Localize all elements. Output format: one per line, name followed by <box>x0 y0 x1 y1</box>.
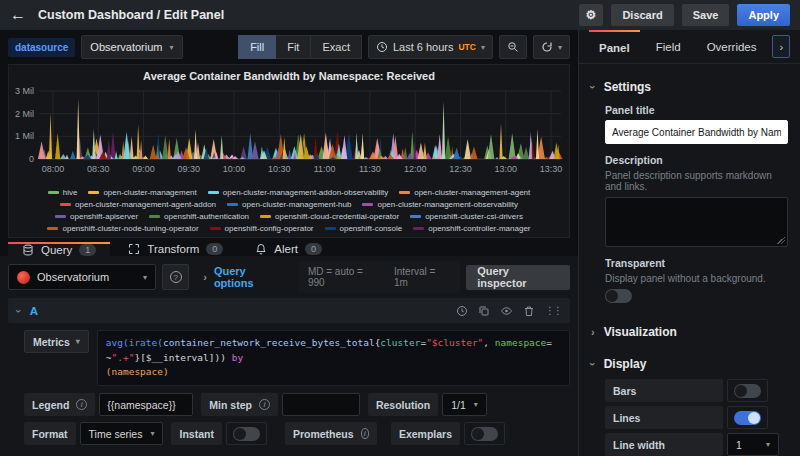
exemplars-toggle[interactable] <box>464 422 505 445</box>
tab-panel[interactable]: Panel <box>589 30 640 63</box>
back-button[interactable]: ← <box>10 6 26 24</box>
fill-mode-button[interactable]: Fill <box>238 35 276 59</box>
legend-item[interactable]: open-cluster-management-hub <box>227 199 351 210</box>
legend-item[interactable]: open-cluster-management-agent-addon <box>60 199 216 210</box>
collapse-chevron-icon[interactable]: › <box>13 309 25 313</box>
query-row-actions: ⋮⋮ <box>456 305 561 317</box>
legend-item[interactable]: openshift-ingress <box>436 235 512 237</box>
legend-item[interactable]: openshift-cloud-credential-operator <box>260 211 399 222</box>
expression-token: )) <box>214 352 225 363</box>
timeseries-chart[interactable]: 3 Mil2 Mil1 Mil008:0008:3009:0009:3010:0… <box>9 83 569 185</box>
display-section-header[interactable]: › Display <box>591 351 788 377</box>
tab-query[interactable]: Query 1 <box>8 242 110 256</box>
lines-toggle[interactable] <box>727 406 768 429</box>
chevron-down-icon: ▾ <box>474 400 478 409</box>
chevron-right-icon: › <box>591 326 595 338</box>
instant-toggle[interactable] <box>226 422 267 445</box>
legend-series-name: openshift-cluster-csi-drivers <box>425 211 523 222</box>
chevron-down-icon: ▾ <box>558 43 562 52</box>
tab-field[interactable]: Field <box>646 30 691 63</box>
legend-series-name: openshift-console <box>340 223 403 234</box>
drag-handle[interactable]: ⋮⋮ <box>545 305 561 316</box>
legend-series-name: open-cluster-management-agent <box>414 187 530 198</box>
transparent-toggle[interactable] <box>605 289 632 303</box>
legend-item[interactable]: openshift-controller-manager <box>413 223 530 234</box>
legend-item[interactable]: open-cluster-management-addon-observabil… <box>208 187 388 198</box>
refresh-button[interactable]: ▾ <box>533 35 570 59</box>
legend-color-dash <box>208 191 219 194</box>
legend-item[interactable]: open-cluster-management <box>88 187 196 198</box>
collapse-options-pane-button[interactable]: › <box>772 35 790 58</box>
legend-item[interactable]: openshift-apiserver <box>55 211 138 222</box>
metrics-dropdown-button[interactable]: Metrics ▾ <box>24 330 89 353</box>
toggle-switch <box>734 411 761 425</box>
tab-alert[interactable]: Alert 0 <box>241 242 336 256</box>
bandwidth-graph[interactable]: 3 Mil2 Mil1 Mil008:0008:3009:0009:3010:0… <box>9 83 569 185</box>
legend-series-name: openshift-cloud-credential-operator <box>275 211 399 222</box>
tab-query-label: Query <box>41 244 72 256</box>
time-range-picker[interactable]: Last 6 hours UTC ▾ <box>368 35 493 59</box>
legend-item[interactable]: hive <box>48 187 78 198</box>
resize-grip-icon[interactable] <box>777 236 785 244</box>
tab-overrides[interactable]: Overrides <box>697 30 767 63</box>
legend-item[interactable]: open-cluster-management-agent <box>399 187 530 198</box>
hide-query-eye-icon[interactable] <box>500 305 513 317</box>
datasource-variable-select[interactable]: Observatorium ▾ <box>81 35 182 59</box>
legend-item[interactable]: openshift-dns <box>66 235 129 237</box>
legend-color-dash <box>413 227 424 230</box>
apply-button[interactable]: Apply <box>737 4 790 26</box>
datasource-help-button[interactable]: ? <box>162 264 189 290</box>
min-step-input[interactable] <box>282 393 360 416</box>
legend-item[interactable]: open-cluster-management-observability <box>362 199 518 210</box>
bars-toggle[interactable] <box>727 379 768 402</box>
format-select[interactable]: Time series ▾ <box>80 422 164 445</box>
description-textarea[interactable] <box>605 197 788 247</box>
panel-title-input[interactable] <box>605 120 788 144</box>
panel-title-label: Panel title <box>605 104 788 116</box>
discard-button[interactable]: Discard <box>611 4 673 26</box>
x-axis-tick: 10:00 <box>223 164 246 174</box>
line-width-select[interactable]: 1▾ <box>727 433 779 456</box>
legend-format-input[interactable] <box>99 393 193 416</box>
query-row-header[interactable]: › A ⋮⋮ <box>8 298 570 323</box>
query-history-icon[interactable] <box>456 305 468 317</box>
legend-item[interactable]: openshift-cluster-node-tuning-operator <box>47 223 198 234</box>
legend-item[interactable]: openshift-config-operator <box>210 223 314 234</box>
query-datasource-select[interactable]: Observatorium ▾ <box>8 264 156 290</box>
fit-mode-button[interactable]: Fit <box>276 35 311 59</box>
legend-field-label: Legend i <box>24 393 95 416</box>
x-axis-tick: 10:30 <box>268 164 291 174</box>
panel-settings-gear-button[interactable]: ⚙ <box>579 4 604 26</box>
zoom-out-button[interactable] <box>499 35 527 59</box>
settings-section-header[interactable]: › Settings <box>591 74 788 100</box>
x-axis-tick: 09:30 <box>178 164 201 174</box>
legend-item[interactable]: openshift-cluster-csi-drivers <box>410 211 523 222</box>
promql-expression-input[interactable]: avg(irate(container_network_receive_byte… <box>97 330 570 386</box>
legend-color-dash <box>410 215 421 218</box>
info-icon: i <box>76 399 87 410</box>
visualization-section-header[interactable]: › Visualization <box>591 319 788 345</box>
legend-item[interactable]: openshift-image-registry <box>325 235 426 237</box>
x-axis-tick: 11:30 <box>359 164 381 174</box>
prometheus-field-label: Prometheus i <box>285 422 377 445</box>
legend-item[interactable]: openshift-console <box>325 223 403 234</box>
legend-series-name: openshift-authentication <box>164 211 249 222</box>
y-axis-tick: 1 Mil <box>15 131 34 141</box>
legend-item[interactable]: openshift-authentication <box>149 211 249 222</box>
delete-query-trash-icon[interactable] <box>523 305 535 317</box>
options-panel-tabs: Panel Field Overrides › <box>579 30 800 64</box>
resolution-select[interactable]: 1/1 ▾ <box>442 393 487 416</box>
query-inspector-button[interactable]: Query inspector <box>466 265 570 290</box>
save-button[interactable]: Save <box>682 4 730 26</box>
legend-item[interactable]: openshift-etcd <box>140 235 205 237</box>
interval-value: Interval = 1m <box>394 266 450 288</box>
exact-mode-button[interactable]: Exact <box>311 35 362 59</box>
duplicate-query-icon[interactable] <box>478 305 490 317</box>
min-step-field-label: Min step i <box>201 393 278 416</box>
legend-item[interactable]: openshift-etcd-operator <box>216 235 314 237</box>
query-options-toggle[interactable]: › Query options <box>203 265 286 289</box>
tab-transform[interactable]: Transform 0 <box>114 242 237 256</box>
legend-color-dash <box>210 227 221 230</box>
query-tab-content: Observatorium ▾ ? › Query options MD = a… <box>0 256 578 456</box>
edit-panel-left-column: datasource Observatorium ▾ Fill Fit Exac… <box>0 30 578 456</box>
